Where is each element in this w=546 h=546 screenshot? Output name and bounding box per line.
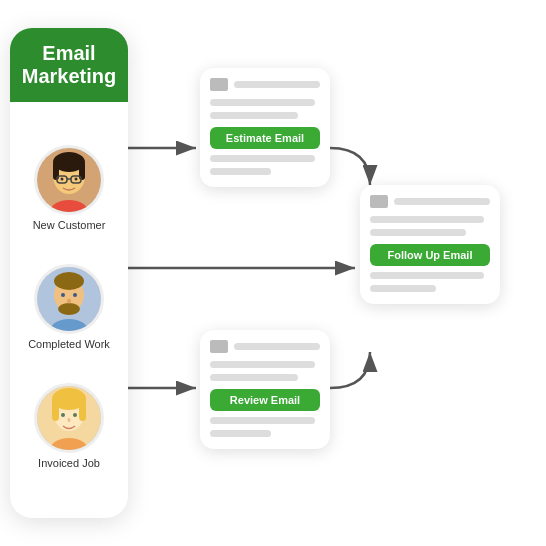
- mail-icon-followup: [370, 195, 388, 208]
- card-estimate-line-2: [210, 112, 298, 119]
- card-review-line-1: [210, 361, 315, 368]
- sidebar-title: EmailMarketing: [20, 42, 118, 88]
- card-review: Review Email: [200, 330, 330, 449]
- card-estimate: Estimate Email: [200, 68, 330, 187]
- sidebar-items: New Customer: [10, 102, 128, 502]
- svg-point-19: [58, 303, 80, 315]
- card-review-icon-row: [210, 340, 320, 353]
- main-scene: EmailMarketing: [0, 0, 546, 546]
- svg-point-20: [61, 293, 65, 297]
- svg-point-29: [61, 413, 65, 417]
- svg-point-22: [67, 299, 71, 304]
- card-followup-line-title: [394, 198, 490, 205]
- svg-point-31: [68, 418, 71, 422]
- mail-icon-review: [210, 340, 228, 353]
- avatar-invoiced-job: [34, 383, 104, 453]
- card-estimate-icon-row: [210, 78, 320, 91]
- card-review-line-4: [210, 430, 271, 437]
- svg-point-30: [73, 413, 77, 417]
- card-review-line-2: [210, 374, 298, 381]
- svg-point-14: [75, 178, 78, 181]
- avatar-new-customer: [34, 145, 104, 215]
- card-estimate-line-3: [210, 155, 315, 162]
- followup-email-button[interactable]: Follow Up Email: [370, 244, 490, 266]
- review-email-button[interactable]: Review Email: [210, 389, 320, 411]
- card-followup: Follow Up Email: [360, 185, 500, 304]
- card-followup-line-2: [370, 229, 466, 236]
- mail-icon-estimate: [210, 78, 228, 91]
- card-review-line-title: [234, 343, 320, 350]
- svg-point-13: [61, 178, 64, 181]
- svg-point-18: [54, 272, 84, 290]
- card-followup-line-3: [370, 272, 484, 279]
- sidebar-item-completed-work: Completed Work: [28, 264, 110, 350]
- svg-rect-28: [79, 399, 86, 421]
- sidebar-item-new-customer: New Customer: [33, 145, 106, 231]
- avatar-completed-work: [34, 264, 104, 334]
- sidebar-header: EmailMarketing: [10, 28, 128, 102]
- svg-rect-27: [52, 399, 59, 421]
- card-estimate-line-4: [210, 168, 271, 175]
- sidebar: EmailMarketing: [10, 28, 128, 518]
- svg-point-21: [73, 293, 77, 297]
- card-estimate-line-title: [234, 81, 320, 88]
- card-review-line-3: [210, 417, 315, 424]
- label-completed-work: Completed Work: [28, 338, 110, 350]
- card-followup-line-1: [370, 216, 484, 223]
- estimate-email-button[interactable]: Estimate Email: [210, 127, 320, 149]
- card-followup-icon-row: [370, 195, 490, 208]
- card-followup-line-4: [370, 285, 436, 292]
- label-new-customer: New Customer: [33, 219, 106, 231]
- card-estimate-line-1: [210, 99, 315, 106]
- sidebar-item-invoiced-job: Invoiced Job: [34, 383, 104, 469]
- label-invoiced-job: Invoiced Job: [38, 457, 100, 469]
